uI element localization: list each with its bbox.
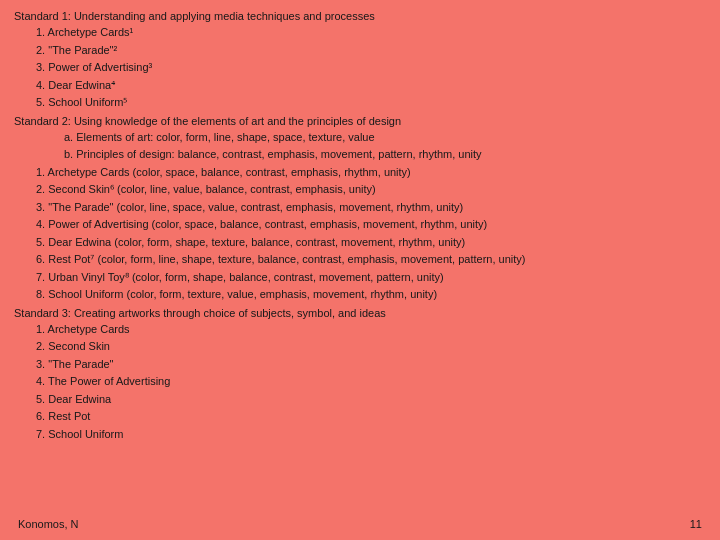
list-item: 4. Power of Advertising (color, space, b… — [14, 216, 706, 233]
list-item: 5. Dear Edwina (color, form, shape, text… — [14, 234, 706, 251]
list-item: b. Principles of design: balance, contra… — [14, 146, 706, 163]
list-item: 1. Archetype Cards¹ — [14, 24, 706, 41]
standard-2-sub-list: a. Elements of art: color, form, line, s… — [14, 129, 706, 163]
footer-author: Konomos, N — [18, 518, 79, 530]
list-item: 5. School Uniform⁵ — [14, 94, 706, 111]
list-item: 6. Rest Pot⁷ (color, form, line, shape, … — [14, 251, 706, 268]
standard-2-list: 1. Archetype Cards (color, space, balanc… — [14, 164, 706, 303]
list-item: 5. Dear Edwina — [14, 391, 706, 408]
standard-1-block: Standard 1: Understanding and applying m… — [14, 10, 706, 111]
list-item: 3. "The Parade" — [14, 356, 706, 373]
list-item: 3. Power of Advertising³ — [14, 59, 706, 76]
standard-1-list: 1. Archetype Cards¹ 2. "The Parade"² 3. … — [14, 24, 706, 111]
list-item: 1. Archetype Cards — [14, 321, 706, 338]
list-item: 2. Second Skin — [14, 338, 706, 355]
list-item: 3. "The Parade" (color, line, space, val… — [14, 199, 706, 216]
standard-1-title: Standard 1: Understanding and applying m… — [14, 10, 706, 22]
list-item: a. Elements of art: color, form, line, s… — [14, 129, 706, 146]
list-item: 7. Urban Vinyl Toy⁸ (color, form, shape,… — [14, 269, 706, 286]
footer: Konomos, N 11 — [14, 518, 706, 530]
page-content: Standard 1: Understanding and applying m… — [14, 10, 706, 530]
list-item: 4. The Power of Advertising — [14, 373, 706, 390]
list-item: 4. Dear Edwina⁴ — [14, 77, 706, 94]
list-item: 1. Archetype Cards (color, space, balanc… — [14, 164, 706, 181]
list-item: 7. School Uniform — [14, 426, 706, 443]
standard-3-block: Standard 3: Creating artworks through ch… — [14, 307, 706, 443]
list-item: 2. "The Parade"² — [14, 42, 706, 59]
list-item: 6. Rest Pot — [14, 408, 706, 425]
standard-2-title: Standard 2: Using knowledge of the eleme… — [14, 115, 706, 127]
standard-3-title: Standard 3: Creating artworks through ch… — [14, 307, 706, 319]
standard-3-list: 1. Archetype Cards 2. Second Skin 3. "Th… — [14, 321, 706, 443]
list-item: 2. Second Skin⁶ (color, line, value, bal… — [14, 181, 706, 198]
footer-page-number: 11 — [690, 518, 702, 530]
standard-2-block: Standard 2: Using knowledge of the eleme… — [14, 115, 706, 303]
list-item: 8. School Uniform (color, form, texture,… — [14, 286, 706, 303]
